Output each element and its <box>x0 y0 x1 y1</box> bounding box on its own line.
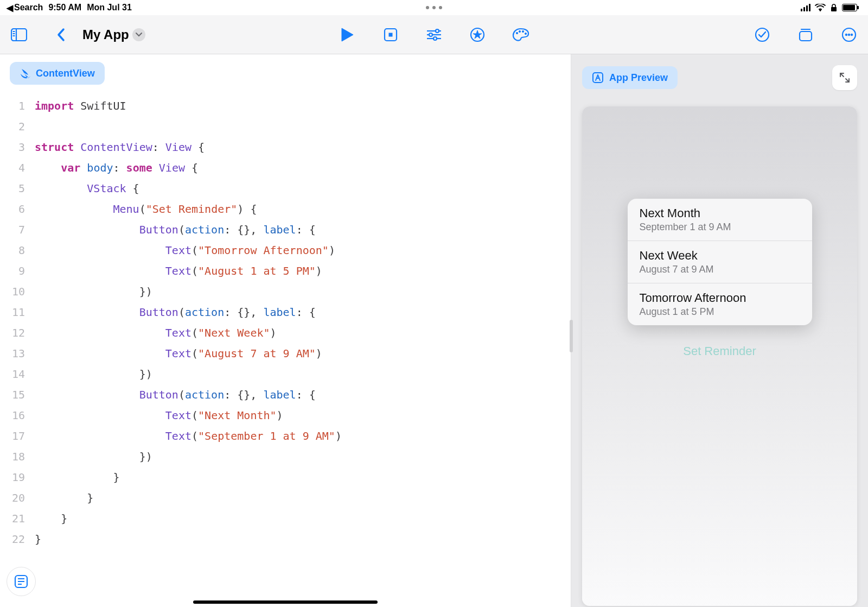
svg-point-11 <box>429 33 432 36</box>
svg-point-15 <box>516 32 518 34</box>
project-title: My App <box>82 27 129 42</box>
code-editor-pane: ContentView 1234567891011121314151617181… <box>0 54 571 607</box>
expand-preview-button[interactable] <box>832 65 857 90</box>
color-theme-button[interactable] <box>512 26 530 44</box>
windows-button[interactable] <box>796 26 815 44</box>
context-menu-popover: Next MonthSeptember 1 at 9 AMNext WeekAu… <box>628 199 812 325</box>
status-back-label: Search <box>14 3 43 12</box>
menu-item-subtitle: August 1 at 5 PM <box>640 306 800 318</box>
svg-point-9 <box>436 29 439 33</box>
chevron-left-icon <box>56 27 67 42</box>
app-preview-label: App Preview <box>609 72 668 84</box>
svg-point-23 <box>848 34 850 36</box>
status-back-to-search[interactable]: ◀ Search <box>7 3 43 13</box>
svg-point-16 <box>519 30 520 32</box>
palette-icon <box>512 27 530 42</box>
multitask-dot-icon <box>426 6 429 9</box>
ellipsis-circle-icon <box>841 27 857 42</box>
menu-item-subtitle: August 7 at 9 AM <box>640 264 800 275</box>
multitask-dot-icon <box>439 6 442 9</box>
svg-point-18 <box>525 33 526 34</box>
file-chip-label: ContentView <box>36 68 95 79</box>
ipad-status-bar: ◀ Search 9:50 AM Mon Jul 31 <box>0 0 868 15</box>
settings-sliders-button[interactable] <box>425 26 443 44</box>
cellular-signal-icon <box>801 4 810 11</box>
menu-trigger-label[interactable]: Set Reminder <box>582 344 857 358</box>
menu-item[interactable]: Tomorrow AfternoonAugust 1 at 5 PM <box>628 283 812 325</box>
expand-arrows-icon <box>839 72 851 84</box>
chevron-down-icon <box>132 28 145 41</box>
app-icon <box>592 72 604 84</box>
code-editor[interactable]: 12345678910111213141516171819202122 impo… <box>0 96 571 607</box>
app-toolbar: My App <box>0 15 868 54</box>
status-check-button[interactable] <box>753 26 771 44</box>
menu-item[interactable]: Next WeekAugust 7 at 9 AM <box>628 241 812 283</box>
swift-icon <box>20 67 31 79</box>
play-icon <box>340 27 354 42</box>
app-preview-badge[interactable]: App Preview <box>582 66 678 89</box>
preview-canvas[interactable]: Next MonthSeptember 1 at 9 AMNext WeekAu… <box>582 106 857 606</box>
sliders-icon <box>426 28 442 41</box>
star-circle-icon <box>470 27 485 42</box>
stacked-window-icon <box>798 28 813 42</box>
project-title-dropdown[interactable]: My App <box>82 27 145 42</box>
checkmark-circle-icon <box>755 27 770 42</box>
status-time: 9:50 AM <box>48 3 81 12</box>
svg-point-24 <box>851 34 853 36</box>
documentation-button[interactable] <box>7 567 36 596</box>
toggle-sidebar-button[interactable] <box>10 26 28 44</box>
doc-lines-icon <box>14 574 29 589</box>
status-date: Mon Jul 31 <box>87 3 132 12</box>
svg-point-22 <box>845 34 847 36</box>
menu-item-subtitle: September 1 at 9 AM <box>640 222 800 233</box>
pane-resize-handle[interactable] <box>570 320 573 352</box>
stop-icon <box>384 28 398 42</box>
menu-item-title: Tomorrow Afternoon <box>640 291 800 305</box>
more-menu-button[interactable] <box>840 26 858 44</box>
svg-rect-7 <box>389 33 392 36</box>
run-button[interactable] <box>338 26 356 44</box>
stop-button[interactable] <box>381 26 400 44</box>
back-button[interactable] <box>52 26 71 44</box>
open-file-chip[interactable]: ContentView <box>10 62 105 85</box>
svg-rect-0 <box>831 7 837 11</box>
battery-icon <box>842 4 857 11</box>
wifi-icon <box>815 4 826 11</box>
svg-rect-20 <box>800 31 812 41</box>
menu-item-title: Next Month <box>640 206 800 220</box>
orientation-lock-icon <box>830 3 838 12</box>
multitask-dots[interactable] <box>426 6 442 9</box>
menu-item[interactable]: Next MonthSeptember 1 at 9 AM <box>628 199 812 241</box>
svg-point-13 <box>433 37 437 40</box>
multitask-dot-icon <box>432 6 436 9</box>
svg-rect-1 <box>11 29 27 41</box>
back-caret-icon: ◀ <box>7 3 13 13</box>
preview-pane: App Preview Next MonthSeptember 1 at 9 A… <box>571 54 868 607</box>
sidebar-icon <box>11 28 27 41</box>
home-indicator[interactable] <box>193 600 378 604</box>
menu-item-title: Next Week <box>640 249 800 263</box>
svg-point-17 <box>522 30 524 32</box>
capabilities-button[interactable] <box>468 26 487 44</box>
